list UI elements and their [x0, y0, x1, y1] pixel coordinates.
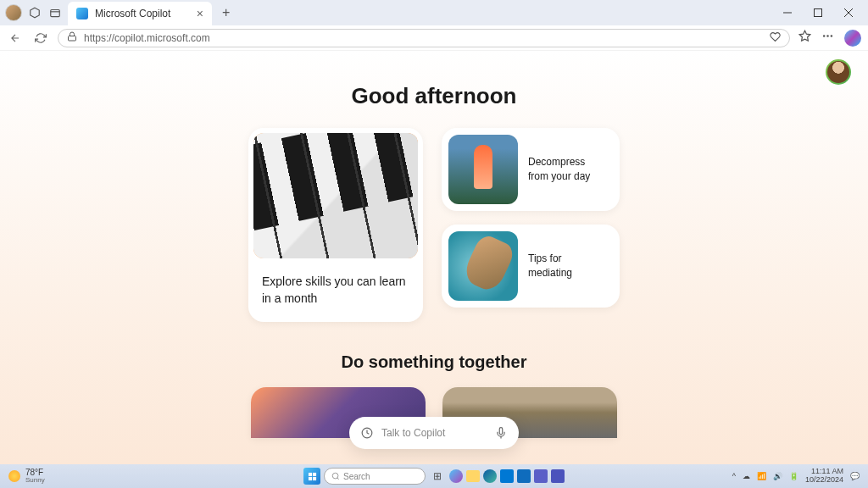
system-clock[interactable]: 11:11 AM 10/22/2024 [805, 468, 843, 485]
section-heading: Do something together [0, 352, 868, 372]
svg-marker-6 [799, 30, 810, 41]
svg-rect-13 [308, 476, 311, 480]
browser-profile-avatar[interactable] [5, 4, 22, 21]
suggestion-card-mediating[interactable]: Tips for mediating [442, 225, 620, 308]
weather-condition: Sunny [25, 477, 45, 484]
svg-point-7 [823, 35, 826, 37]
microphone-icon[interactable] [495, 427, 507, 439]
tab-title: Microsoft Copilot [95, 8, 170, 19]
piano-image [253, 133, 418, 258]
svg-point-9 [831, 35, 833, 37]
copilot-sidebar-button[interactable] [844, 30, 861, 47]
svg-rect-5 [69, 36, 76, 42]
popsicle-image [448, 135, 518, 204]
new-tab-button[interactable]: + [217, 5, 235, 20]
search-icon [331, 472, 340, 480]
store-icon[interactable] [500, 469, 514, 483]
teams-icon[interactable] [551, 469, 565, 483]
tab-favicon-icon [76, 8, 88, 19]
tab-actions-icon[interactable] [47, 5, 63, 20]
menu-icon[interactable] [821, 30, 834, 46]
svg-rect-11 [308, 472, 311, 475]
card-text: Explore skills you can learn in a month [248, 263, 423, 322]
onedrive-icon[interactable]: ☁ [743, 472, 750, 480]
tray-chevron-icon[interactable]: ^ [732, 472, 736, 480]
date-text: 10/22/2024 [805, 476, 843, 485]
explorer-icon[interactable] [466, 470, 480, 482]
water-hand-image [448, 231, 518, 301]
svg-rect-12 [312, 472, 315, 475]
history-icon[interactable] [361, 427, 373, 439]
browser-tab[interactable]: Microsoft Copilot × [68, 2, 212, 25]
windows-taskbar[interactable]: 78°F Sunny Search ⊞ ^ ☁ 📶 🔊 🔋 11:11 AM 1… [0, 464, 868, 488]
favorites-icon[interactable] [798, 30, 811, 46]
suggestion-card-decompress[interactable]: Decompress from your day [442, 128, 620, 211]
svg-rect-0 [51, 10, 60, 17]
volume-icon[interactable]: 🔊 [773, 472, 782, 480]
edge-icon[interactable] [483, 469, 497, 483]
outlook-icon[interactable] [517, 469, 531, 483]
greeting-heading: Good afternoon [0, 83, 868, 109]
weather-widget[interactable]: 78°F Sunny [8, 469, 45, 484]
sun-icon [8, 470, 20, 482]
card-text: Decompress from your day [528, 155, 613, 184]
svg-point-15 [332, 473, 338, 479]
search-placeholder: Search [343, 472, 370, 481]
site-info-icon[interactable] [67, 31, 77, 44]
tab-close-button[interactable]: × [197, 7, 203, 20]
refresh-button[interactable] [32, 30, 49, 47]
copilot-taskbar-icon[interactable] [449, 469, 463, 483]
close-window-button[interactable] [834, 2, 863, 24]
suggestion-card-skills[interactable]: Explore skills you can learn in a month [248, 128, 423, 322]
svg-point-8 [826, 35, 829, 37]
app-icon[interactable] [534, 469, 548, 483]
user-avatar[interactable] [826, 59, 851, 85]
chat-input-placeholder: Talk to Copilot [381, 427, 487, 439]
taskbar-search[interactable]: Search [324, 468, 426, 485]
task-view-icon[interactable]: ⊞ [429, 468, 446, 485]
start-button[interactable] [303, 468, 320, 485]
maximize-button[interactable] [804, 2, 832, 24]
svg-rect-14 [312, 476, 315, 480]
battery-icon[interactable]: 🔋 [789, 472, 798, 480]
url-text: https://copilot.microsoft.com [84, 32, 763, 44]
chat-input-bar[interactable]: Talk to Copilot [349, 417, 519, 449]
workspaces-icon[interactable] [27, 5, 42, 20]
notifications-icon[interactable]: 💬 [850, 472, 860, 480]
card-text: Tips for mediating [528, 252, 613, 280]
address-bar[interactable]: https://copilot.microsoft.com [58, 29, 790, 47]
wifi-icon[interactable]: 📶 [757, 472, 766, 480]
svg-rect-2 [815, 9, 822, 17]
back-button[interactable] [7, 30, 24, 47]
shopping-icon[interactable] [770, 31, 781, 45]
minimize-button[interactable] [773, 2, 802, 24]
